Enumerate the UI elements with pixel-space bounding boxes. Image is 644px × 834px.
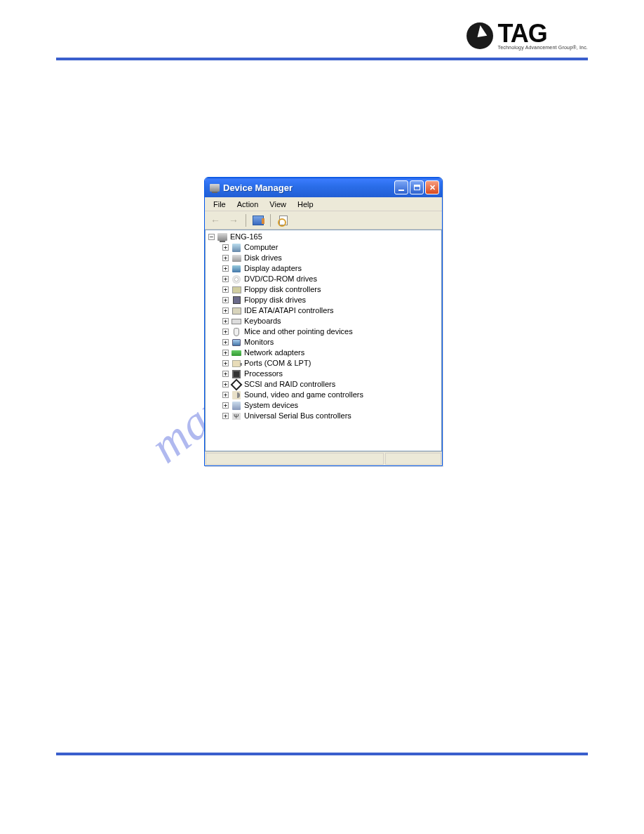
- menu-file[interactable]: File: [208, 199, 232, 210]
- expand-icon[interactable]: +: [222, 244, 229, 251]
- window-title: Device Manager: [223, 183, 394, 193]
- expand-icon[interactable]: +: [222, 392, 229, 398]
- tree-node-label: Floppy disk drives: [244, 295, 306, 305]
- titlebar[interactable]: Device Manager ✕: [205, 178, 442, 197]
- mouse-icon: [231, 327, 242, 337]
- tree-node[interactable]: +IDE ATA/ATAPI controllers: [206, 305, 441, 316]
- tree-node-label: Mice and other pointing devices: [244, 326, 353, 337]
- expand-icon[interactable]: +: [222, 297, 229, 303]
- tree-node-label: Floppy disk controllers: [244, 284, 321, 295]
- status-panel-side: [385, 453, 441, 465]
- toolbar-separator: [270, 214, 271, 227]
- tree-node[interactable]: +Disk drives: [206, 253, 441, 263]
- tree-node[interactable]: +Mice and other pointing devices: [206, 326, 441, 337]
- expand-icon[interactable]: +: [222, 265, 229, 272]
- forward-button[interactable]: →: [226, 213, 241, 228]
- expand-icon[interactable]: +: [222, 276, 229, 282]
- usb-icon: [231, 411, 242, 421]
- tree-node-label: DVD/CD-ROM drives: [244, 274, 317, 284]
- tree-node-label: IDE ATA/ATAPI controllers: [244, 305, 334, 316]
- tree-node-label: Disk drives: [244, 253, 282, 263]
- computer-icon: [217, 232, 228, 242]
- tree-node-label: Display adapters: [244, 263, 302, 274]
- tree-node-label: Keyboards: [244, 316, 281, 326]
- close-button[interactable]: ✕: [425, 180, 439, 194]
- toolbar-separator: [246, 214, 246, 227]
- tree-node-label: Processors: [244, 369, 283, 379]
- menubar: File Action View Help: [205, 197, 442, 211]
- properties-icon: [253, 216, 264, 225]
- maximize-button[interactable]: [410, 180, 424, 194]
- tree-node[interactable]: +Computer: [206, 242, 441, 253]
- tree-node[interactable]: +Ports (COM & LPT): [206, 358, 441, 369]
- expand-icon[interactable]: +: [222, 350, 229, 356]
- header-rule: [56, 58, 588, 60]
- tree-node[interactable]: +Sound, video and game controllers: [206, 390, 441, 400]
- tree-node[interactable]: +Universal Serial Bus controllers: [206, 411, 441, 421]
- tree-node-label: SCSI and RAID controllers: [244, 379, 335, 390]
- expand-icon[interactable]: +: [222, 339, 229, 345]
- device-manager-window: Device Manager ✕ File Action View Help ←…: [204, 177, 443, 466]
- disk-icon: [231, 253, 242, 263]
- menu-help[interactable]: Help: [292, 199, 319, 210]
- expand-icon[interactable]: +: [222, 381, 229, 388]
- tree-node[interactable]: +SCSI and RAID controllers: [206, 379, 441, 390]
- dvd-icon: [231, 274, 242, 284]
- tree-node[interactable]: +Processors: [206, 369, 441, 379]
- expand-icon[interactable]: +: [222, 286, 229, 293]
- network-icon: [231, 348, 242, 358]
- tree-node[interactable]: +Network adapters: [206, 348, 441, 358]
- properties-button[interactable]: [250, 213, 266, 228]
- toolbar: ← →: [205, 211, 442, 230]
- logo-text: TAG: [497, 21, 588, 46]
- tree-node-label: Computer: [244, 242, 278, 253]
- status-panel-main: [206, 453, 384, 465]
- tree-node-label: Monitors: [244, 337, 274, 348]
- footer-rule: [56, 753, 588, 755]
- tree-node-label: System devices: [244, 400, 298, 411]
- ide-icon: [231, 306, 242, 316]
- expand-icon[interactable]: +: [222, 360, 229, 366]
- monitor-icon: [231, 338, 242, 348]
- system-icon: [231, 401, 242, 411]
- expand-icon[interactable]: +: [222, 318, 229, 324]
- menu-view[interactable]: View: [264, 199, 292, 210]
- tree-node-label: Universal Serial Bus controllers: [244, 411, 351, 421]
- page-logo: TAG Technology Advancement Group®, Inc.: [467, 21, 588, 50]
- floppy-ctrl-icon: [231, 285, 242, 295]
- expand-icon[interactable]: +: [222, 413, 229, 419]
- ports-icon: [231, 359, 242, 369]
- logo-subtitle: Technology Advancement Group®, Inc.: [497, 45, 588, 50]
- logo-mark-icon: [467, 22, 493, 49]
- back-button[interactable]: ←: [208, 213, 223, 228]
- statusbar: [205, 451, 442, 465]
- expand-icon[interactable]: +: [222, 255, 229, 261]
- device-tree[interactable]: − ENG-165 +Computer+Disk drives+Display …: [205, 230, 442, 451]
- scan-hardware-button[interactable]: [275, 213, 290, 228]
- tree-node-label: Sound, video and game controllers: [244, 390, 363, 400]
- tree-node-label: Network adapters: [244, 348, 304, 358]
- expand-icon[interactable]: +: [222, 371, 229, 377]
- pc-icon: [231, 243, 242, 253]
- app-icon: [209, 182, 220, 193]
- tree-node[interactable]: +Floppy disk drives: [206, 295, 441, 305]
- collapse-icon[interactable]: −: [208, 234, 215, 240]
- expand-icon[interactable]: +: [222, 307, 229, 314]
- display-icon: [231, 264, 242, 274]
- tree-root-node[interactable]: − ENG-165: [206, 232, 441, 242]
- tree-node[interactable]: +Display adapters: [206, 263, 441, 274]
- tree-node-label: Ports (COM & LPT): [244, 358, 311, 369]
- tree-node[interactable]: +Keyboards: [206, 316, 441, 326]
- tree-node[interactable]: +System devices: [206, 400, 441, 411]
- scsi-icon: [231, 380, 242, 390]
- processor-icon: [231, 369, 242, 379]
- sound-icon: [231, 390, 242, 400]
- expand-icon[interactable]: +: [222, 329, 229, 335]
- tree-node[interactable]: +Monitors: [206, 337, 441, 348]
- tree-node[interactable]: +DVD/CD-ROM drives: [206, 274, 441, 284]
- minimize-button[interactable]: [394, 180, 408, 194]
- menu-action[interactable]: Action: [232, 199, 264, 210]
- root-label: ENG-165: [230, 232, 262, 242]
- expand-icon[interactable]: +: [222, 402, 229, 409]
- tree-node[interactable]: +Floppy disk controllers: [206, 284, 441, 295]
